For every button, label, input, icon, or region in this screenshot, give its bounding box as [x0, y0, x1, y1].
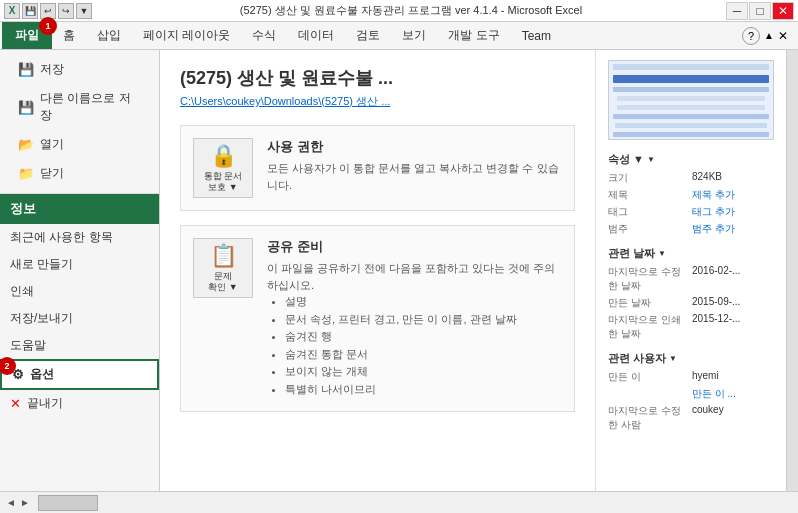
- prepare-list: 설명 문서 속성, 프린터 경고, 만든 이 이름, 관련 날짜 숨겨진 행 숨…: [267, 293, 562, 399]
- related-dates-title: 관련 날짜: [608, 246, 774, 261]
- sidebar-item-print[interactable]: 인쇄: [0, 278, 159, 305]
- minimize-ribbon-icon[interactable]: ▲: [764, 30, 774, 41]
- tab-file[interactable]: 파일 1: [2, 22, 52, 49]
- protection-content: 사용 권한 모든 사용자가 이 통합 문서를 열고 복사하고 변경할 수 있습니…: [267, 138, 562, 193]
- properties-section: 속성 ▼ 크기 824KB 제목 제목 추가 태그 태그 추가 범주 범주 추가: [608, 152, 774, 236]
- sidebar-item-save-as[interactable]: 💾 다른 이름으로 저장: [8, 85, 151, 129]
- date-row-modified: 마지막으로 수정한 날짜 2016-02-...: [608, 265, 774, 293]
- person-label-author2: [608, 387, 688, 401]
- prop-value-tag[interactable]: 태그 추가: [692, 205, 774, 219]
- date-row-printed: 마지막으로 인쇄한 날짜 2015-12-...: [608, 313, 774, 341]
- preview-line-1: [613, 64, 769, 70]
- prop-row-tag: 태그 태그 추가: [608, 205, 774, 219]
- tab-view[interactable]: 보기: [391, 22, 437, 49]
- prop-row-title: 제목 제목 추가: [608, 188, 774, 202]
- prop-value-title[interactable]: 제목 추가: [692, 188, 774, 202]
- prepare-desc: 이 파일을 공유하기 전에 다음을 포함하고 있다는 것에 주의하십시오.: [267, 260, 562, 293]
- check-icon: 📋: [210, 243, 237, 269]
- list-item: 숨겨진 행: [285, 328, 562, 346]
- sidebar-item-recent[interactable]: 최근에 사용한 항목: [0, 224, 159, 251]
- doc-path[interactable]: C:\Users\coukey\Downloads\(5275) 생산 ...: [180, 94, 575, 109]
- person-value-author2[interactable]: 만든 이 ...: [692, 387, 774, 401]
- preview-line-8: [613, 132, 769, 137]
- related-people-section: 관련 사용자 만든 이 hyemi 만든 이 ... 마지막으로 수정한 사람 …: [608, 351, 774, 432]
- list-item: 설명: [285, 293, 562, 311]
- prop-value-category[interactable]: 범주 추가: [692, 222, 774, 236]
- prepare-content: 공유 준비 이 파일을 공유하기 전에 다음을 포함하고 있다는 것에 주의하십…: [267, 238, 562, 399]
- restore-button[interactable]: □: [749, 2, 771, 20]
- help-icon[interactable]: ?: [742, 27, 760, 45]
- sidebar-item-help[interactable]: 도움말: [0, 332, 159, 359]
- quick-save-icon[interactable]: 💾: [22, 3, 38, 19]
- preview-line-highlight: [613, 75, 769, 83]
- save-icon: 💾: [18, 62, 34, 77]
- prop-row-size: 크기 824KB: [608, 171, 774, 185]
- sidebar-item-save[interactable]: 💾 저장: [8, 56, 151, 83]
- prop-label-tag: 태그: [608, 205, 688, 219]
- person-label-author: 만든 이: [608, 370, 688, 384]
- sidebar: 💾 저장 💾 다른 이름으로 저장 📂 열기 📁 닫기 정보 최근에 사용한 항…: [0, 50, 160, 491]
- vertical-scrollbar[interactable]: [786, 50, 798, 491]
- horizontal-scrollbar[interactable]: [38, 495, 98, 511]
- person-row-author2: 만든 이 ...: [608, 387, 774, 401]
- tab-data[interactable]: 데이터: [287, 22, 345, 49]
- tab-insert[interactable]: 삽입: [86, 22, 132, 49]
- protection-title: 사용 권한: [267, 138, 562, 156]
- list-item: 숨겨진 통합 문서: [285, 346, 562, 364]
- sidebar-item-new[interactable]: 새로 만들기: [0, 251, 159, 278]
- prop-label-category: 범주: [608, 222, 688, 236]
- tab-review[interactable]: 검토: [345, 22, 391, 49]
- doc-title: (5275) 생산 및 원료수불 ...: [180, 66, 575, 90]
- main-content: (5275) 생산 및 원료수불 ... C:\Users\coukey\Dow…: [160, 50, 798, 491]
- prepare-card: 📋 문제확인 ▼ 공유 준비 이 파일을 공유하기 전에 다음을 포함하고 있다…: [180, 225, 575, 412]
- scroll-right-icon[interactable]: ►: [20, 497, 30, 508]
- protection-desc: 모든 사용자가 이 통합 문서를 열고 복사하고 변경할 수 있습니다.: [267, 160, 562, 193]
- list-item: 특별히 나서이므리: [285, 381, 562, 399]
- ribbon-right: ? ▲ ✕: [742, 27, 796, 45]
- sidebar-item-exit[interactable]: ✕ 끝내기: [0, 390, 159, 417]
- customize-qat-icon[interactable]: ▼: [76, 3, 92, 19]
- person-row-author: 만든 이 hyemi: [608, 370, 774, 384]
- scroll-left-icon[interactable]: ◄: [6, 497, 16, 508]
- sidebar-top: 💾 저장 💾 다른 이름으로 저장 📂 열기 📁 닫기: [0, 50, 159, 194]
- sidebar-item-save-send[interactable]: 저장/보내기: [0, 305, 159, 332]
- person-label-last-modified: 마지막으로 수정한 사람: [608, 404, 688, 432]
- prop-label-title: 제목: [608, 188, 688, 202]
- preview-line-5: [617, 105, 765, 110]
- list-item: 보이지 않는 개체: [285, 363, 562, 381]
- sidebar-section-info: 정보: [0, 194, 159, 224]
- preview-line-6: [613, 114, 769, 119]
- prop-row-category: 범주 범주 추가: [608, 222, 774, 236]
- close-button[interactable]: ✕: [772, 2, 794, 20]
- tab-home[interactable]: 홈: [52, 22, 86, 49]
- exit-icon: ✕: [10, 396, 21, 411]
- tab-team[interactable]: Team: [511, 24, 562, 48]
- related-dates-section: 관련 날짜 마지막으로 수정한 날짜 2016-02-... 만든 날짜 201…: [608, 246, 774, 341]
- person-value-last-modified: coukey: [692, 404, 774, 432]
- protect-workbook-button[interactable]: 🔒 통합 문서보호 ▼: [193, 138, 253, 198]
- info-section: 🔒 통합 문서보호 ▼ 사용 권한 모든 사용자가 이 통합 문서를 열고 복사…: [180, 125, 575, 412]
- redo-icon[interactable]: ↪: [58, 3, 74, 19]
- person-row-last-modified: 마지막으로 수정한 사람 coukey: [608, 404, 774, 432]
- sidebar-item-open[interactable]: 📂 열기: [8, 131, 151, 158]
- list-item: 문서 속성, 프린터 경고, 만든 이 이름, 관련 날짜: [285, 311, 562, 329]
- person-value-author: hyemi: [692, 370, 774, 384]
- date-value-modified: 2016-02-...: [692, 265, 774, 293]
- date-label-modified: 마지막으로 수정한 날짜: [608, 265, 688, 293]
- tab-formula[interactable]: 수식: [241, 22, 287, 49]
- tab-page-layout[interactable]: 페이지 레이아웃: [132, 22, 241, 49]
- ribbon-close-icon[interactable]: ✕: [778, 29, 788, 43]
- properties-title: 속성 ▼: [608, 152, 774, 167]
- check-issues-button[interactable]: 📋 문제확인 ▼: [193, 238, 253, 298]
- prepare-title: 공유 준비: [267, 238, 562, 256]
- sidebar-item-options[interactable]: ⚙ 옵션 2: [0, 359, 159, 390]
- preview-line-7: [615, 123, 767, 128]
- window-title: (5275) 생산 및 원료수불 자동관리 프로그램 ver 4.1.4 - M…: [96, 3, 726, 18]
- excel-icon: X: [4, 3, 20, 19]
- app-body: 💾 저장 💾 다른 이름으로 저장 📂 열기 📁 닫기 정보 최근에 사용한 항…: [0, 50, 798, 491]
- date-row-created: 만든 날짜 2015-09-...: [608, 296, 774, 310]
- tab-developer[interactable]: 개발 도구: [437, 22, 510, 49]
- minimize-button[interactable]: ─: [726, 2, 748, 20]
- sidebar-item-close[interactable]: 📁 닫기: [8, 160, 151, 187]
- date-value-printed: 2015-12-...: [692, 313, 774, 341]
